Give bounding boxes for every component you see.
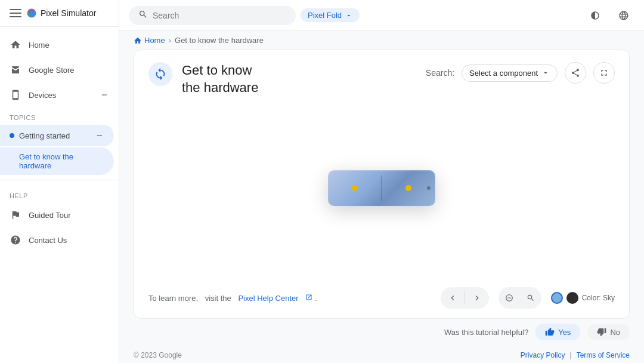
breadcrumb-home-label: Home	[144, 36, 165, 45]
card-refresh-icon	[148, 62, 172, 86]
card-title-text: Get to know the hardware	[182, 62, 258, 96]
device-badge-label: Pixel Fold	[308, 11, 342, 20]
search-input[interactable]	[153, 11, 272, 20]
devices-label: Devices	[29, 91, 56, 100]
footer-links: Privacy Policy | Terms of Service	[521, 351, 630, 359]
hardware-card: Get to know the hardware Search: Select …	[134, 50, 630, 319]
phone-visual	[328, 170, 435, 206]
component-select-dropdown[interactable]: Select a component	[462, 64, 558, 82]
helpful-question: Was this tutorial helpful?	[444, 328, 528, 337]
contact-us-label: Contact Us	[29, 236, 67, 245]
sidebar-item-getting-started[interactable]: Getting started	[0, 125, 114, 146]
top-nav: Pixel Fold	[119, 0, 644, 31]
zoom-in-button[interactable]	[499, 287, 520, 309]
thumbs-down-icon	[597, 327, 606, 337]
sidebar: Pixel Simulator Home Google Store	[0, 0, 119, 363]
zoom-controls	[499, 287, 541, 309]
all-nav-controls: Color: Sky	[441, 287, 615, 309]
external-link-icon	[305, 294, 312, 303]
sidebar-item-contact-us[interactable]: Contact Us	[0, 228, 114, 252]
learn-more-link-text: visit the	[205, 294, 231, 303]
menu-icon[interactable]	[10, 7, 21, 19]
breadcrumb-chevron-icon: ›	[169, 36, 171, 45]
getting-started-collapse-icon	[95, 131, 104, 140]
search-icon	[138, 10, 148, 21]
help-section-label: Help	[0, 185, 119, 202]
search-component-area: Search: Select a component	[426, 62, 615, 84]
getting-started-label: Getting started	[19, 131, 70, 140]
breadcrumb-home-link[interactable]: Home	[134, 36, 165, 45]
logo-area: Pixel Simulator	[26, 8, 96, 19]
device-badge[interactable]: Pixel Fold	[301, 8, 360, 22]
guided-tour-label: Guided Tour	[29, 211, 71, 220]
no-label: No	[610, 328, 620, 337]
help-section: Help Guided Tour Contact Us	[0, 180, 119, 252]
search-label: Search:	[426, 68, 454, 78]
share-button[interactable]	[565, 62, 586, 84]
terms-of-service-link[interactable]: Terms of Service	[577, 351, 630, 359]
next-nav-button[interactable]	[465, 287, 489, 309]
search-bar[interactable]	[129, 6, 296, 25]
sidebar-item-guided-tour[interactable]: Guided Tour	[0, 203, 114, 227]
device-image-area	[134, 96, 629, 280]
page-title: Get to know the hardware	[182, 62, 258, 96]
devices-icon	[10, 89, 21, 101]
phone-dot-left	[352, 185, 358, 191]
helpful-yes-button[interactable]: Yes	[535, 324, 580, 340]
learn-more-prefix: To learn more,	[148, 294, 198, 303]
breadcrumb-current: Get to know the hardware	[175, 36, 264, 45]
devices-left: Devices	[10, 89, 56, 101]
color-swatches: Color: Sky	[551, 292, 615, 304]
thumbs-up-icon	[545, 327, 555, 337]
breadcrumb: Home › Get to know the hardware	[119, 31, 644, 50]
pixel-help-center-link[interactable]: Pixel Help Center	[238, 294, 298, 303]
sidebar-item-google-store[interactable]: Google Store	[0, 58, 114, 82]
expand-button[interactable]	[593, 62, 615, 84]
sidebar-item-devices[interactable]: Devices	[0, 83, 119, 107]
theme-toggle-button[interactable]	[584, 5, 606, 26]
phone-dot-right	[405, 185, 411, 191]
get-hw-label: Get to know the hardware	[19, 152, 73, 170]
component-dropdown-chevron-icon	[541, 69, 550, 77]
sidebar-home-label: Home	[29, 41, 49, 50]
topics-section-label: Topics	[0, 107, 119, 124]
sidebar-store-label: Google Store	[29, 66, 75, 75]
footer-learn-more: To learn more, visit the Pixel Help Cent…	[148, 294, 317, 303]
store-icon	[10, 64, 21, 76]
badge-chevron-icon	[345, 12, 352, 19]
color-swatch-sky[interactable]	[551, 292, 563, 304]
app-title: Pixel Simulator	[41, 8, 96, 18]
sidebar-item-get-hw[interactable]: Get to know the hardware	[0, 147, 114, 175]
footer-separator: |	[570, 351, 572, 359]
home-icon	[10, 39, 21, 51]
prev-nav-button[interactable]	[441, 287, 465, 309]
contact-icon	[10, 234, 21, 246]
phone-camera	[427, 186, 431, 190]
color-swatch-dark[interactable]	[566, 292, 578, 304]
zoom-out-button[interactable]	[520, 287, 541, 309]
top-nav-right	[584, 5, 634, 26]
copyright: © 2023 Google	[134, 351, 182, 359]
breadcrumb-home-icon	[134, 36, 142, 45]
page-footer: © 2023 Google Privacy Policy | Terms of …	[119, 347, 644, 363]
card-header: Get to know the hardware Search: Select …	[134, 50, 629, 96]
active-dot	[10, 133, 14, 138]
sidebar-item-home[interactable]: Home	[0, 33, 114, 57]
component-select-label: Select a component	[469, 69, 538, 78]
fold-line	[381, 175, 382, 201]
right-panel: Pixel Fold Home	[119, 0, 644, 363]
yes-label: Yes	[558, 328, 571, 337]
pixel-fold-body	[328, 170, 435, 206]
helpful-no-button[interactable]: No	[587, 324, 630, 340]
language-button[interactable]	[613, 5, 634, 26]
privacy-policy-link[interactable]: Privacy Policy	[521, 351, 565, 359]
helpful-row: Was this tutorial helpful? Yes No	[119, 319, 644, 345]
sidebar-nav: Home Google Store Devices	[0, 27, 119, 258]
card-footer: To learn more, visit the Pixel Help Cent…	[134, 280, 629, 318]
guided-tour-icon	[10, 209, 21, 221]
color-label: Color: Sky	[582, 294, 615, 302]
card-title-area: Get to know the hardware	[148, 62, 258, 96]
collapse-icon	[100, 90, 109, 100]
getting-started-left: Getting started	[10, 131, 70, 140]
google-logo-icon	[26, 8, 37, 19]
